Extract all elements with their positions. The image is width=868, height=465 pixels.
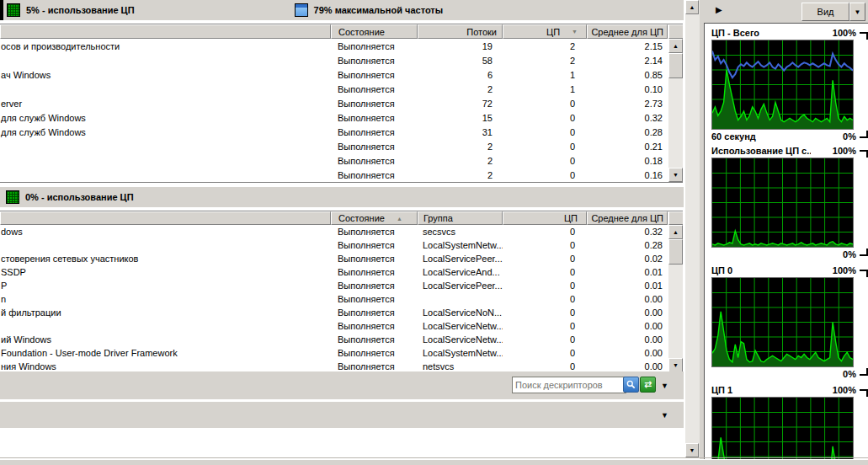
services-cpu-label: 0% - использование ЦП <box>25 192 134 202</box>
view-dropdown-button[interactable]: ▼ <box>849 3 865 21</box>
cpu-frequency-label: 79% максимальной частоты <box>314 5 444 15</box>
scrollbar-thumb[interactable] <box>668 239 683 265</box>
cell-name: стоверения сетевых участников <box>0 254 331 264</box>
expand-section-icon[interactable]: ▼ <box>661 411 668 420</box>
table-row[interactable]: ВыполняетсяLocalServiceNetw...00.00 <box>0 319 683 333</box>
scroll-down-button[interactable]: ▼ <box>668 168 683 182</box>
cell-cpu: 0 <box>503 240 587 250</box>
cell-avg: 0.28 <box>587 127 668 137</box>
column-header-avg-cpu[interactable]: Среднее для ЦП <box>587 24 668 39</box>
column-header-threads[interactable]: Потоки <box>418 24 503 39</box>
scale-bracket-top <box>860 389 868 397</box>
column-header-status[interactable]: Состояние <box>331 24 418 39</box>
scale-bracket-bottom <box>860 131 868 138</box>
table-row[interactable]: Выполняется200.16 <box>0 168 683 182</box>
cell-cpu: 1 <box>503 84 587 94</box>
column-header-cpu-label: ЦП <box>546 27 560 37</box>
column-header-name[interactable] <box>0 24 331 39</box>
collapse-panel-icon[interactable]: ▶ <box>716 5 722 14</box>
scroll-up-button[interactable]: ▲ <box>668 225 683 239</box>
scroll-down-button[interactable]: ▼ <box>685 443 699 457</box>
cell-status: Выполняется <box>331 142 418 152</box>
down-arrow-icon: ▼ <box>673 172 679 178</box>
cell-status: Выполняется <box>331 170 418 180</box>
scroll-up-button[interactable]: ▲ <box>668 39 683 53</box>
up-arrow-icon: ▲ <box>673 43 679 49</box>
table-row[interactable]: dowsВыполняетсяsecsvcs00.32 <box>0 225 683 238</box>
expand-section-icon[interactable]: ▼ <box>661 382 668 390</box>
table-row[interactable]: Выполняется200.21 <box>0 139 683 153</box>
services-table: Состояние▲ Группа ЦП Среднее для ЦП dows… <box>0 211 683 373</box>
table-row[interactable]: стоверения сетевых участниковВыполняется… <box>0 252 683 265</box>
graph-min-label: 0% <box>843 131 856 142</box>
processes-table-scrollbar[interactable]: ▲ ▼ <box>668 39 683 182</box>
table-row[interactable]: nВыполняется00.00 <box>0 292 683 306</box>
scale-bracket-top <box>860 32 868 40</box>
window-edge <box>0 0 3 20</box>
table-row[interactable]: Foundation - User-mode Driver FrameworkВ… <box>0 346 683 360</box>
section-header-cpu[interactable]: 5% - использование ЦП 79% максимальной ч… <box>0 0 684 21</box>
table-row[interactable]: й фильтрацииВыполняетсяLocalServiceNoN..… <box>0 306 683 319</box>
section-header-handles[interactable]: ⇄ ▼ <box>0 371 684 400</box>
cell-cpu: 0 <box>503 267 587 277</box>
scale-bracket-bottom <box>860 368 868 376</box>
graph-min-label: 0% <box>843 369 856 379</box>
table-row[interactable]: Выполняется5822.14 <box>0 53 683 67</box>
window-bottom-edge <box>0 459 868 465</box>
column-header-group[interactable]: Группа <box>418 211 503 225</box>
graph-label-row: ЦП 0 100% <box>711 264 868 277</box>
resource-monitor-window: 5% - использование ЦП 79% максимальной ч… <box>0 0 868 465</box>
section-header-collapsed[interactable]: ▼ <box>0 402 684 429</box>
cell-group: LocalServicePeer... <box>418 254 503 264</box>
table-row[interactable]: Выполняется200.18 <box>0 153 683 168</box>
cell-name: SSDP <box>0 267 331 277</box>
column-header-avg-cpu[interactable]: Среднее для ЦП <box>587 211 668 225</box>
cell-name: n <box>0 294 331 304</box>
table-row[interactable]: SSDPВыполняетсяLocalServiceAnd...00.01 <box>0 265 683 279</box>
processes-table-body: осов и производительностиВыполняется1922… <box>0 39 683 182</box>
section-header-services[interactable]: 0% - использование ЦП <box>0 187 684 208</box>
refresh-button[interactable]: ⇄ <box>640 377 656 393</box>
scroll-up-button[interactable]: ▲ <box>685 0 699 14</box>
table-row[interactable]: ВыполняетсяLocalSystemNetw...00.28 <box>0 238 683 252</box>
table-row[interactable]: ий WindowsВыполняетсяLocalServiceNetw...… <box>0 333 683 346</box>
cell-name: для служб Windows <box>0 127 331 137</box>
scrollbar-thumb[interactable] <box>668 53 683 78</box>
cell-status: Выполняется <box>331 321 418 331</box>
cell-cpu: 0 <box>503 113 587 123</box>
processes-table: Состояние Потоки ЦП▼ Среднее для ЦП осов… <box>0 24 683 183</box>
search-input[interactable] <box>512 377 626 393</box>
cell-cpu: 0 <box>503 170 587 180</box>
scroll-down-button[interactable]: ▼ <box>668 358 683 372</box>
cell-avg: 0.01 <box>587 281 668 291</box>
table-row[interactable]: для служб WindowsВыполняется1500.32 <box>0 110 683 125</box>
scale-bracket-top <box>860 150 868 158</box>
table-row[interactable]: Выполняется210.10 <box>0 82 683 96</box>
graphs-panel-toolbar: ▶ Вид ▼ <box>700 0 868 22</box>
column-header-cpu[interactable]: ЦП▼ <box>503 24 587 39</box>
table-row[interactable]: erverВыполняется7202.73 <box>0 96 683 110</box>
column-header-status[interactable]: Состояние▲ <box>331 211 418 225</box>
table-row[interactable]: осов и производительностиВыполняется1922… <box>0 39 683 53</box>
cell-status: Выполняется <box>331 127 418 137</box>
graph-label-row: ЦП 1 100% <box>711 383 868 397</box>
column-header-cpu[interactable]: ЦП <box>503 211 587 225</box>
table-row[interactable]: для служб WindowsВыполняется3100.28 <box>0 125 683 139</box>
cell-threads: 19 <box>418 41 503 51</box>
graph-min-label: 0% <box>843 249 856 259</box>
cell-threads: 6 <box>418 70 503 80</box>
services-table-header: Состояние▲ Группа ЦП Среднее для ЦП <box>0 211 683 225</box>
table-row[interactable]: PВыполняетсяLocalServicePeer...00.01 <box>0 279 683 292</box>
cell-status: Выполняется <box>331 361 418 371</box>
services-table-scrollbar[interactable]: ▲ ▼ <box>668 225 683 372</box>
view-button[interactable]: Вид <box>801 3 849 21</box>
graph-label-row: Использование ЦП с... 100% <box>711 144 868 158</box>
cpu-frequency-icon <box>295 3 308 17</box>
column-header-name[interactable] <box>0 211 331 225</box>
table-row[interactable]: ач WindowsВыполняется610.85 <box>0 67 683 82</box>
column-header-threads-label: Потоки <box>466 27 497 37</box>
search-button[interactable] <box>623 377 639 393</box>
graph-x-label: 60 секунд <box>711 131 756 142</box>
search-icon <box>626 379 636 390</box>
main-scrollbar[interactable]: ▲ ▼ <box>684 0 700 457</box>
